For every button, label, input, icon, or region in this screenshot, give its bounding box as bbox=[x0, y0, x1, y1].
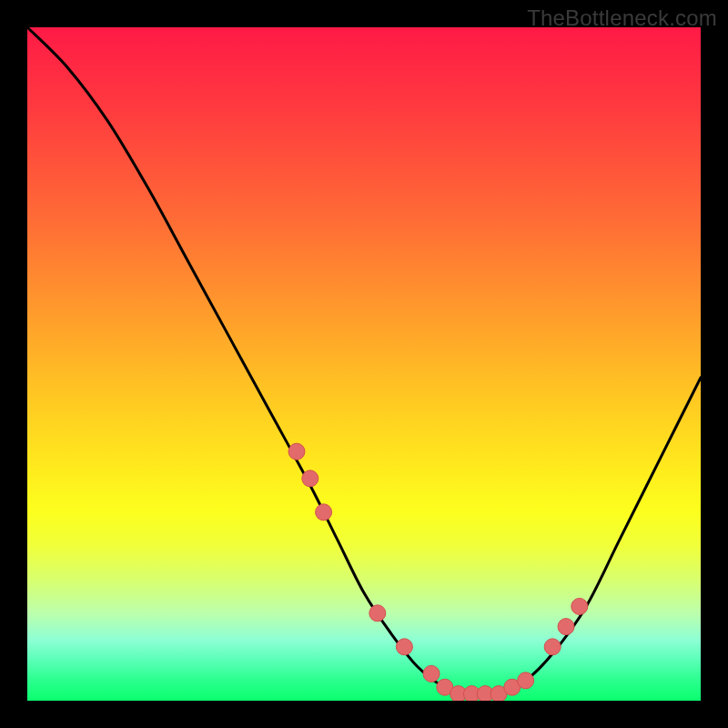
marker-group bbox=[288, 443, 588, 701]
marker-dot bbox=[423, 665, 440, 682]
plot-area bbox=[27, 27, 701, 701]
marker-dot bbox=[302, 470, 318, 487]
bottleneck-curve bbox=[27, 27, 701, 695]
marker-dot bbox=[518, 672, 534, 689]
curve-svg bbox=[27, 27, 701, 701]
marker-dot bbox=[544, 639, 561, 655]
marker-dot bbox=[316, 504, 332, 521]
marker-dot bbox=[558, 619, 574, 635]
marker-dot bbox=[396, 639, 412, 655]
marker-dot bbox=[571, 598, 588, 614]
marker-dot bbox=[288, 443, 305, 460]
marker-dot bbox=[369, 605, 386, 622]
chart-frame: TheBottleneck.com bbox=[0, 0, 728, 728]
